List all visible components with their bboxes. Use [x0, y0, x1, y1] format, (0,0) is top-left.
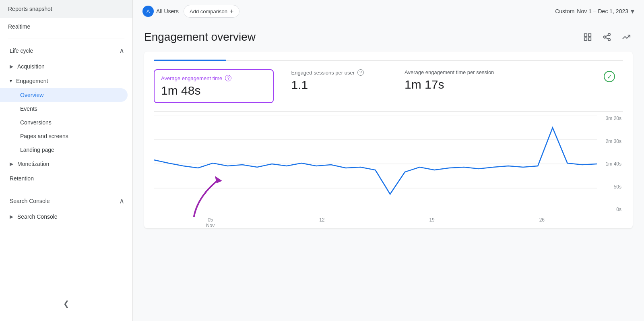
content-area: Engagement overview	[133, 23, 644, 321]
divider-2	[8, 189, 124, 189]
chart-svg	[154, 116, 597, 212]
lifecycle-group-header[interactable]: Life cycle ∧	[0, 42, 132, 59]
sidebar-item-reports-snapshot[interactable]: Reports snapshot	[0, 0, 132, 18]
sidebar-sub-item-landing-page[interactable]: Landing page	[0, 143, 128, 157]
engaged-sessions-value: 1.1	[291, 78, 397, 92]
help-icon-2: ?	[357, 69, 364, 76]
collapse-icon: ❮	[63, 299, 69, 308]
page-title-icons	[581, 31, 633, 43]
search-console-arrow-icon: ▶	[10, 214, 13, 220]
svg-line-8	[606, 35, 608, 37]
engaged-sessions-label: Engaged sessions per user ?	[291, 69, 397, 76]
svg-rect-0	[584, 34, 587, 36]
sidebar-item-acquisition[interactable]: ▶ Acquisition	[0, 59, 128, 74]
avg-engagement-time-label: Average engagement time ?	[161, 75, 266, 81]
plus-icon: +	[230, 8, 233, 15]
chart-x-labels: 05 Nov 12 19 26	[154, 215, 597, 228]
date-dropdown-icon: ▾	[631, 7, 634, 16]
main-area: A All Users Add comparison + Custom Nov …	[133, 0, 644, 321]
sidebar-sub-item-events[interactable]: Events	[0, 102, 128, 116]
chart-type-icon-button[interactable]	[581, 31, 594, 43]
user-badge: A	[142, 6, 154, 17]
chart-y-labels: 3m 20s 2m 30s 1m 40s 50s 0s	[599, 116, 623, 212]
svg-rect-1	[588, 34, 591, 36]
sidebar-item-monetization[interactable]: ▶ Monetization	[0, 157, 128, 171]
svg-rect-2	[584, 38, 587, 40]
avg-time-per-session-value: 1m 17s	[405, 78, 494, 91]
avg-time-per-session-cell[interactable]: Average engagement time per session 1m 1…	[405, 69, 623, 91]
svg-point-6	[608, 39, 611, 41]
trend-icon-button[interactable]	[620, 31, 633, 43]
chart-container: 3m 20s 2m 30s 1m 40s 50s 0s	[154, 112, 623, 228]
search-console-chevron-icon: ∧	[119, 197, 124, 205]
page-title-row: Engagement overview	[144, 31, 633, 43]
sidebar-item-realtime[interactable]: Realtime	[0, 18, 132, 35]
share-icon-button[interactable]	[601, 31, 613, 43]
sidebar-collapse-button[interactable]: ❮	[0, 294, 132, 313]
help-icon-1: ?	[225, 75, 231, 81]
svg-rect-3	[588, 38, 591, 40]
svg-line-7	[606, 37, 608, 39]
all-users-chip[interactable]: A All Users	[142, 6, 179, 17]
sidebar-item-search-console[interactable]: ▶ Search Console	[0, 209, 128, 224]
check-icon: ✓	[604, 71, 615, 82]
topbar: A All Users Add comparison + Custom Nov …	[133, 0, 644, 23]
metrics-card: Average engagement time ? 1m 48s Engaged…	[144, 52, 633, 228]
add-comparison-button[interactable]: Add comparison +	[184, 5, 239, 18]
sidebar: Reports snapshot Realtime Life cycle ∧ ▶…	[0, 0, 133, 321]
page-title: Engagement overview	[144, 31, 256, 43]
sidebar-sub-item-pages-screens[interactable]: Pages and screens	[0, 129, 128, 143]
engagement-arrow-icon: ▾	[10, 78, 12, 84]
metrics-data-row: Average engagement time ? 1m 48s Engaged…	[154, 61, 623, 112]
acquisition-arrow-icon: ▶	[10, 64, 13, 69]
sidebar-sub-item-overview[interactable]: Overview	[0, 88, 128, 102]
avg-engagement-time-cell[interactable]: Average engagement time ? 1m 48s	[154, 69, 274, 103]
lifecycle-chevron-icon: ∧	[119, 46, 124, 55]
avg-time-per-session-label: Average engagement time per session	[405, 69, 494, 75]
sidebar-item-engagement[interactable]: ▾ Engagement	[0, 74, 128, 88]
engaged-sessions-cell[interactable]: Engaged sessions per user ? 1.1	[282, 69, 405, 92]
sidebar-sub-item-conversions[interactable]: Conversions	[0, 116, 128, 129]
avg-engagement-time-value: 1m 48s	[161, 84, 266, 97]
sidebar-item-retention[interactable]: Retention	[0, 171, 128, 186]
search-console-group-header[interactable]: Search Console ∧	[0, 193, 132, 209]
date-range-selector[interactable]: Custom Nov 1 – Dec 1, 2023 ▾	[555, 7, 634, 16]
svg-point-4	[608, 33, 611, 36]
svg-point-5	[604, 36, 606, 38]
divider-1	[8, 39, 124, 39]
monetization-arrow-icon: ▶	[10, 161, 13, 167]
